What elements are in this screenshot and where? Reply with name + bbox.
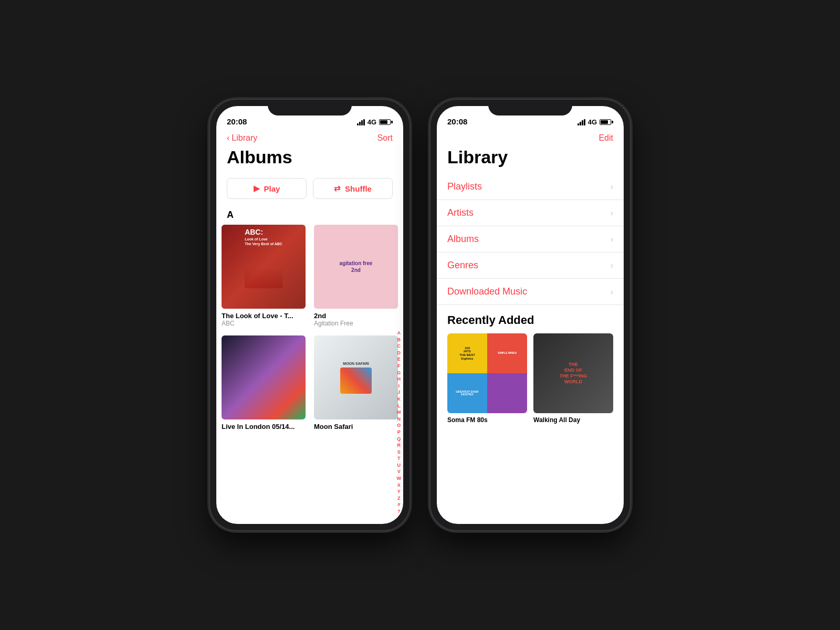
library-label-playlists: Playlists — [447, 181, 482, 192]
alpha-letter-#[interactable]: # — [397, 501, 400, 508]
alpha-letter-j[interactable]: J — [397, 389, 400, 396]
alpha-letter-n[interactable]: N — [397, 416, 401, 423]
edit-button[interactable]: Edit — [598, 133, 613, 143]
time-2: 20:08 — [447, 117, 467, 126]
recent-title-eighties: Soma FM 80s — [447, 416, 527, 424]
phone-2: 20:08 4G Edit — [430, 100, 630, 530]
album-item-abc[interactable]: ABC: Look of LoveThe Very Best of ABC Th… — [222, 225, 306, 327]
library-label-genres: Genres — [447, 260, 478, 271]
shuffle-label: Shuffle — [345, 184, 372, 193]
page-title-2: Library — [437, 145, 624, 174]
alpha-letter-l[interactable]: L — [397, 403, 401, 410]
signal-icon-2 — [578, 119, 585, 125]
album-item-moon[interactable]: MOON SAFARI Moon Safari — [314, 335, 398, 430]
battery-icon-2 — [600, 119, 613, 125]
library-item-artists[interactable]: Artists › — [437, 200, 624, 226]
library-list: Playlists › Artists › Albums › Genres › … — [437, 174, 624, 305]
alpha-letter-r[interactable]: R — [397, 442, 401, 449]
alpha-letter-g[interactable]: G — [397, 370, 401, 376]
library-label-downloaded: Downloaded Music — [447, 286, 527, 297]
signal-icon-1 — [357, 119, 365, 125]
status-icons-2: 4G — [578, 118, 613, 126]
chevron-right-artists: › — [611, 208, 613, 218]
recent-cover-eighties: 100HITSTHE BESTEighties SIMPLE MINDS GRE… — [447, 333, 527, 413]
album-name-agitation: 2nd — [314, 312, 398, 320]
sort-button[interactable]: Sort — [377, 133, 393, 143]
album-cover-live — [222, 335, 306, 419]
alpha-letter-q[interactable]: Q — [397, 436, 401, 443]
recent-cover-end: THEEND OFTHE F***INGWORLD — [533, 333, 613, 413]
chevron-right-albums: › — [611, 235, 613, 244]
alpha-letter-o[interactable]: O — [397, 422, 401, 429]
library-label-albums: Albums — [447, 234, 479, 245]
alpha-letter-f[interactable]: F — [397, 363, 401, 370]
recent-title-end: Walking All Day — [533, 416, 613, 424]
album-cover-abc: ABC: Look of LoveThe Very Best of ABC — [222, 225, 306, 309]
alpha-letter-d[interactable]: D — [397, 350, 401, 356]
battery-icon-1 — [379, 119, 393, 125]
album-name-abc: The Look of Love - T... — [222, 312, 306, 320]
screen-2: 20:08 4G Edit — [437, 106, 624, 524]
notch-1 — [268, 100, 352, 116]
album-cover-moon: MOON SAFARI — [314, 335, 398, 419]
chevron-right-downloaded: › — [611, 287, 613, 297]
action-buttons: ▶ Play ⇄ Shuffle — [216, 174, 403, 207]
time-1: 20:08 — [227, 117, 247, 126]
phone-1: 20:08 4G ‹ Li — [210, 100, 410, 530]
alpha-letter-h[interactable]: H — [397, 376, 401, 383]
alpha-letter-m[interactable]: M — [397, 409, 401, 416]
library-item-downloaded[interactable]: Downloaded Music › — [437, 279, 624, 305]
alpha-letter-p[interactable]: P — [397, 429, 401, 436]
play-icon: ▶ — [254, 184, 260, 193]
back-button-1[interactable]: ‹ Library — [227, 133, 257, 143]
screen-1: 20:08 4G ‹ Li — [216, 106, 403, 524]
library-item-playlists[interactable]: Playlists › — [437, 174, 624, 200]
alphabet-index[interactable]: ABCDEFGHIJKLMNOPQRSTUVWXYZ#? — [397, 330, 402, 515]
recent-item-eighties[interactable]: 100HITSTHE BESTEighties SIMPLE MINDS GRE… — [447, 333, 527, 424]
recent-item-end[interactable]: THEEND OFTHE F***INGWORLD Walking All Da… — [533, 333, 613, 424]
albums-grid: ABC: Look of LoveThe Very Best of ABC Th… — [216, 225, 403, 439]
alpha-letter-x[interactable]: X — [397, 482, 401, 489]
album-artist-agitation: Agitation Free — [314, 320, 398, 327]
chevron-left-icon-1: ‹ — [227, 133, 229, 143]
alpha-letter-e[interactable]: E — [397, 356, 401, 363]
chevron-right-genres: › — [611, 261, 613, 270]
nav-bar-2: Edit — [437, 129, 624, 145]
nav-bar-1: ‹ Library Sort — [216, 129, 403, 145]
shuffle-icon: ⇄ — [334, 184, 341, 193]
alpha-letter-z[interactable]: Z — [397, 495, 401, 502]
network-label-2: 4G — [588, 118, 597, 126]
library-label-artists: Artists — [447, 207, 474, 218]
alpha-letter-s[interactable]: S — [397, 449, 401, 456]
section-header-a: A — [216, 207, 403, 225]
shuffle-button[interactable]: ⇄ Shuffle — [313, 178, 393, 199]
play-label: Play — [264, 184, 280, 193]
alpha-letter-w[interactable]: W — [397, 475, 402, 482]
album-cover-agitation: agitation free2nd — [314, 225, 398, 309]
albums-area: ABCDEFGHIJKLMNOPQRSTUVWXYZ#? ABC: Look o… — [216, 225, 403, 524]
page-title-1: Albums — [216, 145, 403, 174]
alpha-letter-t[interactable]: T — [397, 455, 401, 462]
alpha-letter-a[interactable]: A — [397, 330, 401, 337]
network-label-1: 4G — [368, 118, 376, 126]
album-item-live[interactable]: Live In London 05/14... — [222, 335, 306, 430]
album-name-moon: Moon Safari — [314, 423, 398, 430]
status-icons-1: 4G — [357, 118, 393, 126]
back-label-1: Library — [232, 133, 257, 143]
alpha-letter-u[interactable]: U — [397, 462, 401, 469]
play-button[interactable]: ▶ Play — [227, 178, 307, 199]
chevron-right-playlists: › — [611, 182, 613, 192]
recently-added-title: Recently Added — [437, 305, 624, 333]
alpha-letter-?[interactable]: ? — [397, 508, 401, 515]
alpha-letter-c[interactable]: C — [397, 343, 401, 350]
alpha-letter-i[interactable]: I — [398, 383, 400, 390]
alpha-letter-v[interactable]: V — [397, 468, 401, 475]
library-item-genres[interactable]: Genres › — [437, 253, 624, 279]
notch-2 — [488, 100, 572, 116]
library-item-albums[interactable]: Albums › — [437, 226, 624, 253]
alpha-letter-k[interactable]: K — [397, 396, 401, 403]
alpha-letter-y[interactable]: Y — [397, 488, 401, 495]
recently-added-grid: 100HITSTHE BESTEighties SIMPLE MINDS GRE… — [437, 333, 624, 424]
alpha-letter-b[interactable]: B — [397, 337, 401, 343]
album-item-agitation[interactable]: agitation free2nd 2nd Agitation Free — [314, 225, 398, 327]
